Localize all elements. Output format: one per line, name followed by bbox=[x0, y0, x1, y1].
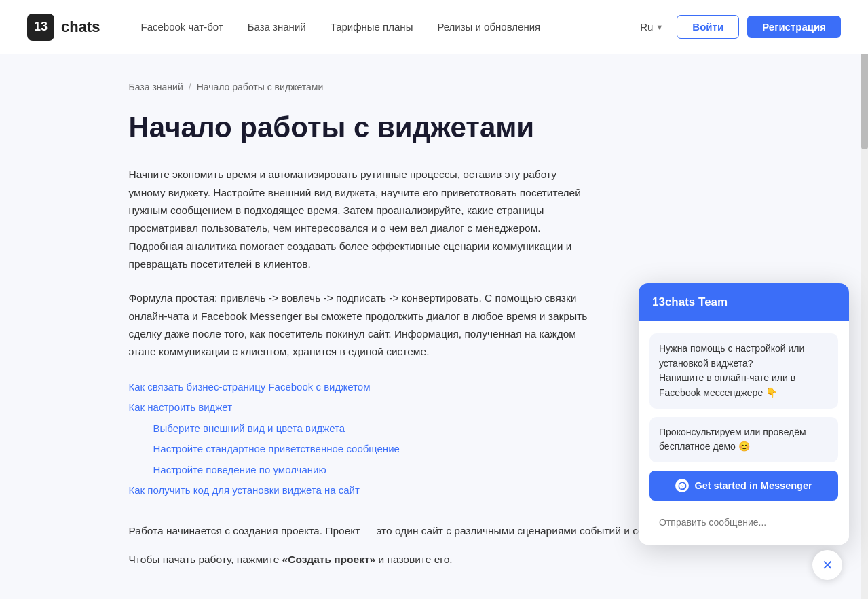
language-selector[interactable]: Ru ▼ bbox=[635, 18, 668, 35]
chat-input-area bbox=[649, 509, 838, 535]
page-scrollbar bbox=[861, 0, 868, 599]
register-button[interactable]: Регистрация bbox=[747, 16, 841, 38]
chat-message-input[interactable] bbox=[659, 517, 829, 528]
chevron-down-icon: ▼ bbox=[656, 23, 663, 31]
header: 13 chats Facebook чат-бот База знаний Та… bbox=[0, 0, 868, 54]
login-button[interactable]: Войти bbox=[677, 15, 739, 39]
chat-header: 13chats Team bbox=[639, 283, 849, 321]
chat-close-button[interactable]: ✕ bbox=[812, 550, 842, 580]
messenger-button[interactable]: Get started in Messenger bbox=[649, 471, 838, 501]
logo[interactable]: 13 chats bbox=[27, 14, 100, 41]
breadcrumb: База знаний / Начало работы с виджетами bbox=[129, 81, 740, 92]
header-right: Ru ▼ Войти Регистрация bbox=[635, 15, 841, 39]
chat-header-title: 13chats Team bbox=[652, 295, 728, 309]
nav-pricing[interactable]: Тарифные планы bbox=[331, 21, 413, 33]
breadcrumb-parent[interactable]: База знаний bbox=[129, 81, 183, 92]
paragraph-1: Начните экономить время и автоматизирова… bbox=[129, 166, 590, 273]
chat-body: Нужна помощь с настройкой или установкой… bbox=[639, 321, 849, 545]
breadcrumb-current: Начало работы с виджетами bbox=[197, 81, 324, 92]
chat-message-1: Нужна помощь с настройкой или установкой… bbox=[649, 333, 838, 409]
nav-facebook-chatbot[interactable]: Facebook чат-бот bbox=[140, 21, 223, 33]
nav-releases[interactable]: Релизы и обновления bbox=[437, 21, 540, 33]
chat-widget: 13chats Team Нужна помощь с настройкой и… bbox=[639, 283, 849, 545]
logo-text: chats bbox=[61, 18, 100, 36]
paragraph-2: Формула простая: привлечь -> вовлечь -> … bbox=[129, 289, 590, 361]
nav-knowledge-base[interactable]: База знаний bbox=[248, 21, 306, 33]
logo-icon: 13 bbox=[27, 14, 54, 41]
messenger-icon bbox=[675, 479, 689, 492]
page-title: Начало работы с виджетами bbox=[129, 111, 740, 144]
chat-message-2: Проконсультируем или проведём бесплатное… bbox=[649, 417, 838, 462]
breadcrumb-separator: / bbox=[189, 81, 191, 92]
close-icon: ✕ bbox=[822, 557, 833, 573]
main-nav: Facebook чат-бот База знаний Тарифные пл… bbox=[140, 21, 635, 33]
paragraph-4: Чтобы начать работу, нажмите «Создать пр… bbox=[129, 551, 740, 568]
